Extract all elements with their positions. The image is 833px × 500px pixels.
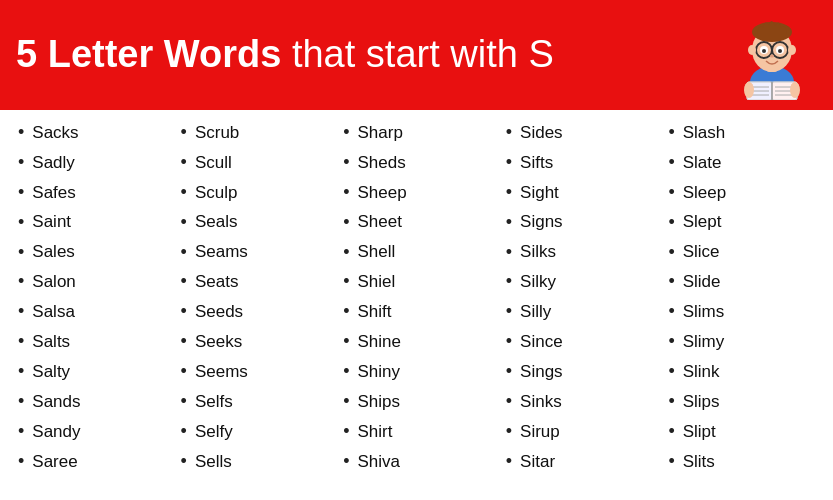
word-label: Seats xyxy=(195,269,238,295)
list-item: •Salty xyxy=(18,357,165,387)
word-label: Sitar xyxy=(520,449,555,475)
bullet-icon: • xyxy=(343,149,349,177)
list-item: •Silky xyxy=(506,267,653,297)
list-item: •Shiva xyxy=(343,447,490,477)
bullet-icon: • xyxy=(18,268,24,296)
bullet-icon: • xyxy=(181,328,187,356)
list-item: •Sides xyxy=(506,118,653,148)
bullet-icon: • xyxy=(18,388,24,416)
bullet-icon: • xyxy=(343,388,349,416)
word-column-2: •Scrub•Scull•Sculp•Seals•Seams•Seats•See… xyxy=(173,118,336,477)
list-item: •Seals xyxy=(181,208,328,238)
word-label: Sirup xyxy=(520,419,560,445)
list-item: •Silly xyxy=(506,297,653,327)
word-label: Sacks xyxy=(32,120,78,146)
list-item: •Selfy xyxy=(181,417,328,447)
word-label: Sales xyxy=(32,239,75,265)
word-label: Shift xyxy=(358,299,392,325)
word-label: Ships xyxy=(358,389,401,415)
bullet-icon: • xyxy=(506,179,512,207)
list-item: •Sadly xyxy=(18,148,165,178)
list-item: •Signs xyxy=(506,208,653,238)
bullet-icon: • xyxy=(506,239,512,267)
list-item: •Slipt xyxy=(668,417,815,447)
list-item: •Seats xyxy=(181,267,328,297)
list-item: •Sitar xyxy=(506,447,653,477)
list-item: •Seems xyxy=(181,357,328,387)
bullet-icon: • xyxy=(343,268,349,296)
word-label: Slate xyxy=(683,150,722,176)
word-label: Slice xyxy=(683,239,720,265)
list-item: •Shiny xyxy=(343,357,490,387)
word-column-4: •Sides•Sifts•Sight•Signs•Silks•Silky•Sil… xyxy=(498,118,661,477)
bullet-icon: • xyxy=(181,448,187,476)
list-item: •Shirt xyxy=(343,417,490,447)
list-item: •Seeds xyxy=(181,297,328,327)
list-item: •Saree xyxy=(18,447,165,477)
bullet-icon: • xyxy=(18,239,24,267)
bullet-icon: • xyxy=(18,119,24,147)
svg-point-13 xyxy=(770,55,774,58)
bullet-icon: • xyxy=(343,209,349,237)
bullet-icon: • xyxy=(18,328,24,356)
bullet-icon: • xyxy=(181,239,187,267)
svg-point-27 xyxy=(790,82,800,98)
word-label: Seeks xyxy=(195,329,242,355)
word-label: Sheep xyxy=(358,180,407,206)
bullet-icon: • xyxy=(181,209,187,237)
bullet-icon: • xyxy=(506,418,512,446)
word-label: Silks xyxy=(520,239,556,265)
list-item: •Sharp xyxy=(343,118,490,148)
bullet-icon: • xyxy=(18,209,24,237)
word-label: Sells xyxy=(195,449,232,475)
word-label: Sheet xyxy=(358,209,402,235)
bullet-icon: • xyxy=(181,298,187,326)
list-item: •Safes xyxy=(18,178,165,208)
word-label: Slink xyxy=(683,359,720,385)
word-label: Seeds xyxy=(195,299,243,325)
bullet-icon: • xyxy=(181,119,187,147)
bullet-icon: • xyxy=(668,448,674,476)
word-label: Sheds xyxy=(358,150,406,176)
word-label: Slash xyxy=(683,120,726,146)
list-item: •Slips xyxy=(668,387,815,417)
word-label: Shell xyxy=(358,239,396,265)
word-label: Slide xyxy=(683,269,721,295)
mascot-image xyxy=(727,10,817,100)
word-column-5: •Slash•Slate•Sleep•Slept•Slice•Slide•Sli… xyxy=(660,118,823,477)
bullet-icon: • xyxy=(343,418,349,446)
word-label: Selfs xyxy=(195,389,233,415)
list-item: •Sacks xyxy=(18,118,165,148)
word-label: Shine xyxy=(358,329,401,355)
word-label: Shiel xyxy=(358,269,396,295)
word-column-3: •Sharp•Sheds•Sheep•Sheet•Shell•Shiel•Shi… xyxy=(335,118,498,477)
word-label: Slips xyxy=(683,389,720,415)
bullet-icon: • xyxy=(506,448,512,476)
bullet-icon: • xyxy=(506,119,512,147)
list-item: •Salon xyxy=(18,267,165,297)
word-label: Sinks xyxy=(520,389,562,415)
bullet-icon: • xyxy=(668,418,674,446)
list-item: •Slice xyxy=(668,238,815,268)
bullet-icon: • xyxy=(181,418,187,446)
word-label: Slipt xyxy=(683,419,716,445)
list-item: •Sinks xyxy=(506,387,653,417)
word-label: Sight xyxy=(520,180,559,206)
bullet-icon: • xyxy=(343,448,349,476)
list-item: •Sandy xyxy=(18,417,165,447)
list-item: •Shell xyxy=(343,238,490,268)
svg-point-15 xyxy=(788,45,796,55)
bullet-icon: • xyxy=(668,149,674,177)
bullet-icon: • xyxy=(343,358,349,386)
bullet-icon: • xyxy=(506,388,512,416)
header-banner: 5 Letter Words that start with S xyxy=(0,0,833,110)
list-item: •Sight xyxy=(506,178,653,208)
svg-point-14 xyxy=(748,45,756,55)
bullet-icon: • xyxy=(668,268,674,296)
word-label: Slims xyxy=(683,299,725,325)
svg-point-12 xyxy=(778,49,782,53)
list-item: •Ships xyxy=(343,387,490,417)
list-item: •Slash xyxy=(668,118,815,148)
word-label: Silly xyxy=(520,299,551,325)
bullet-icon: • xyxy=(506,328,512,356)
